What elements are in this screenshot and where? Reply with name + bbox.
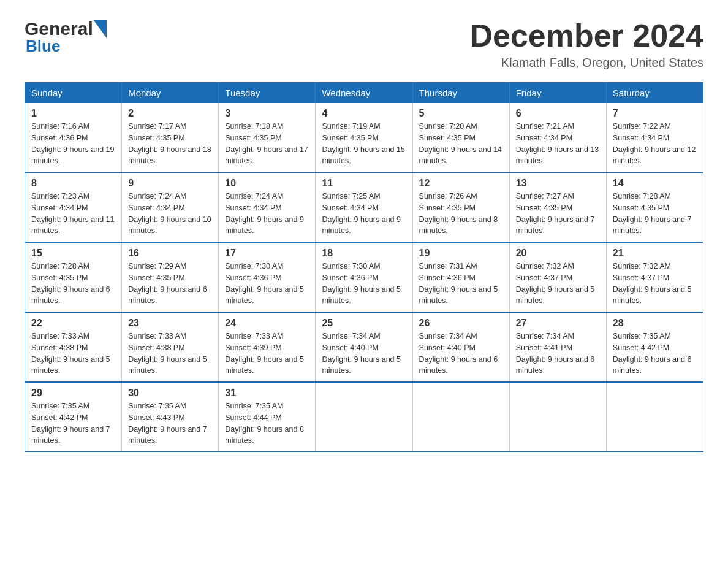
day-info: Sunrise: 7:26 AMSunset: 4:35 PMDaylight:… — [419, 191, 503, 237]
day-number: 23 — [128, 318, 212, 329]
table-row: 3 Sunrise: 7:18 AMSunset: 4:35 PMDayligh… — [219, 103, 316, 172]
col-tuesday: Tuesday — [219, 83, 316, 104]
logo-blue-text: Blue — [26, 37, 60, 56]
day-info: Sunrise: 7:28 AMSunset: 4:35 PMDaylight:… — [613, 191, 697, 237]
table-row: 12 Sunrise: 7:26 AMSunset: 4:35 PMDaylig… — [412, 172, 509, 242]
day-info: Sunrise: 7:31 AMSunset: 4:36 PMDaylight:… — [419, 261, 503, 307]
table-row: 21 Sunrise: 7:32 AMSunset: 4:37 PMDaylig… — [606, 242, 703, 312]
day-info: Sunrise: 7:34 AMSunset: 4:40 PMDaylight:… — [419, 331, 503, 377]
table-row: 20 Sunrise: 7:32 AMSunset: 4:37 PMDaylig… — [509, 242, 606, 312]
table-row — [606, 382, 703, 452]
calendar-week-row: 22 Sunrise: 7:33 AMSunset: 4:38 PMDaylig… — [25, 312, 703, 382]
table-row: 17 Sunrise: 7:30 AMSunset: 4:36 PMDaylig… — [219, 242, 316, 312]
day-info: Sunrise: 7:16 AMSunset: 4:36 PMDaylight:… — [31, 121, 115, 167]
day-info: Sunrise: 7:34 AMSunset: 4:41 PMDaylight:… — [516, 331, 600, 377]
table-row: 15 Sunrise: 7:28 AMSunset: 4:35 PMDaylig… — [25, 242, 122, 312]
calendar-header-row: Sunday Monday Tuesday Wednesday Thursday… — [25, 83, 703, 104]
day-info: Sunrise: 7:35 AMSunset: 4:42 PMDaylight:… — [613, 331, 697, 377]
day-number: 16 — [128, 248, 212, 259]
day-info: Sunrise: 7:28 AMSunset: 4:35 PMDaylight:… — [31, 261, 115, 307]
col-saturday: Saturday — [606, 83, 703, 104]
day-info: Sunrise: 7:24 AMSunset: 4:34 PMDaylight:… — [225, 191, 309, 237]
day-info: Sunrise: 7:30 AMSunset: 4:36 PMDaylight:… — [225, 261, 309, 307]
day-number: 4 — [322, 108, 406, 119]
col-thursday: Thursday — [412, 83, 509, 104]
table-row: 26 Sunrise: 7:34 AMSunset: 4:40 PMDaylig… — [412, 312, 509, 382]
day-info: Sunrise: 7:17 AMSunset: 4:35 PMDaylight:… — [128, 121, 212, 167]
svg-marker-0 — [93, 20, 107, 38]
logo: General Blue — [25, 18, 107, 56]
day-info: Sunrise: 7:29 AMSunset: 4:35 PMDaylight:… — [128, 261, 212, 307]
day-number: 31 — [225, 388, 309, 399]
day-number: 12 — [419, 178, 503, 189]
table-row: 4 Sunrise: 7:19 AMSunset: 4:35 PMDayligh… — [316, 103, 412, 172]
day-number: 14 — [613, 178, 697, 189]
day-number: 13 — [516, 178, 600, 189]
table-row: 27 Sunrise: 7:34 AMSunset: 4:41 PMDaylig… — [509, 312, 606, 382]
title-section: December 2024 Klamath Falls, Oregon, Uni… — [469, 18, 703, 70]
day-number: 15 — [31, 248, 115, 259]
table-row: 2 Sunrise: 7:17 AMSunset: 4:35 PMDayligh… — [122, 103, 219, 172]
day-info: Sunrise: 7:21 AMSunset: 4:34 PMDaylight:… — [516, 121, 600, 167]
day-info: Sunrise: 7:27 AMSunset: 4:35 PMDaylight:… — [516, 191, 600, 237]
table-row: 28 Sunrise: 7:35 AMSunset: 4:42 PMDaylig… — [606, 312, 703, 382]
day-number: 10 — [225, 178, 309, 189]
day-number: 27 — [516, 318, 600, 329]
day-number: 3 — [225, 108, 309, 119]
calendar-week-row: 8 Sunrise: 7:23 AMSunset: 4:34 PMDayligh… — [25, 172, 703, 242]
day-number: 11 — [322, 178, 406, 189]
day-info: Sunrise: 7:35 AMSunset: 4:44 PMDaylight:… — [225, 400, 309, 446]
col-sunday: Sunday — [25, 83, 122, 104]
table-row: 6 Sunrise: 7:21 AMSunset: 4:34 PMDayligh… — [509, 103, 606, 172]
day-number: 29 — [31, 388, 115, 399]
day-info: Sunrise: 7:32 AMSunset: 4:37 PMDaylight:… — [516, 261, 600, 307]
logo-arrow-icon — [93, 20, 107, 38]
calendar-title: December 2024 — [469, 18, 703, 53]
day-info: Sunrise: 7:30 AMSunset: 4:36 PMDaylight:… — [322, 261, 406, 307]
day-number: 8 — [31, 178, 115, 189]
day-info: Sunrise: 7:34 AMSunset: 4:40 PMDaylight:… — [322, 331, 406, 377]
calendar-week-row: 29 Sunrise: 7:35 AMSunset: 4:42 PMDaylig… — [25, 382, 703, 452]
table-row: 10 Sunrise: 7:24 AMSunset: 4:34 PMDaylig… — [219, 172, 316, 242]
day-number: 30 — [128, 388, 212, 399]
day-number: 25 — [322, 318, 406, 329]
calendar-week-row: 1 Sunrise: 7:16 AMSunset: 4:36 PMDayligh… — [25, 103, 703, 172]
calendar-table: Sunday Monday Tuesday Wednesday Thursday… — [25, 82, 703, 452]
table-row: 30 Sunrise: 7:35 AMSunset: 4:43 PMDaylig… — [122, 382, 219, 452]
table-row — [509, 382, 606, 452]
logo-general-text: General — [25, 18, 93, 39]
day-info: Sunrise: 7:33 AMSunset: 4:39 PMDaylight:… — [225, 331, 309, 377]
table-row: 9 Sunrise: 7:24 AMSunset: 4:34 PMDayligh… — [122, 172, 219, 242]
day-info: Sunrise: 7:32 AMSunset: 4:37 PMDaylight:… — [613, 261, 697, 307]
day-info: Sunrise: 7:23 AMSunset: 4:34 PMDaylight:… — [31, 191, 115, 237]
day-info: Sunrise: 7:20 AMSunset: 4:35 PMDaylight:… — [419, 121, 503, 167]
table-row: 22 Sunrise: 7:33 AMSunset: 4:38 PMDaylig… — [25, 312, 122, 382]
table-row: 23 Sunrise: 7:33 AMSunset: 4:38 PMDaylig… — [122, 312, 219, 382]
day-number: 22 — [31, 318, 115, 329]
day-info: Sunrise: 7:33 AMSunset: 4:38 PMDaylight:… — [128, 331, 212, 377]
day-number: 5 — [419, 108, 503, 119]
day-number: 2 — [128, 108, 212, 119]
table-row — [412, 382, 509, 452]
table-row: 5 Sunrise: 7:20 AMSunset: 4:35 PMDayligh… — [412, 103, 509, 172]
table-row: 18 Sunrise: 7:30 AMSunset: 4:36 PMDaylig… — [316, 242, 412, 312]
day-number: 24 — [225, 318, 309, 329]
day-number: 18 — [322, 248, 406, 259]
table-row: 25 Sunrise: 7:34 AMSunset: 4:40 PMDaylig… — [316, 312, 412, 382]
day-number: 6 — [516, 108, 600, 119]
table-row: 14 Sunrise: 7:28 AMSunset: 4:35 PMDaylig… — [606, 172, 703, 242]
calendar-subtitle: Klamath Falls, Oregon, United States — [469, 56, 703, 70]
day-info: Sunrise: 7:22 AMSunset: 4:34 PMDaylight:… — [613, 121, 697, 167]
table-row: 19 Sunrise: 7:31 AMSunset: 4:36 PMDaylig… — [412, 242, 509, 312]
day-number: 21 — [613, 248, 697, 259]
col-friday: Friday — [509, 83, 606, 104]
day-info: Sunrise: 7:19 AMSunset: 4:35 PMDaylight:… — [322, 121, 406, 167]
table-row: 8 Sunrise: 7:23 AMSunset: 4:34 PMDayligh… — [25, 172, 122, 242]
day-info: Sunrise: 7:35 AMSunset: 4:43 PMDaylight:… — [128, 400, 212, 446]
table-row: 29 Sunrise: 7:35 AMSunset: 4:42 PMDaylig… — [25, 382, 122, 452]
table-row: 16 Sunrise: 7:29 AMSunset: 4:35 PMDaylig… — [122, 242, 219, 312]
day-info: Sunrise: 7:35 AMSunset: 4:42 PMDaylight:… — [31, 400, 115, 446]
day-number: 17 — [225, 248, 309, 259]
day-info: Sunrise: 7:18 AMSunset: 4:35 PMDaylight:… — [225, 121, 309, 167]
day-info: Sunrise: 7:33 AMSunset: 4:38 PMDaylight:… — [31, 331, 115, 377]
